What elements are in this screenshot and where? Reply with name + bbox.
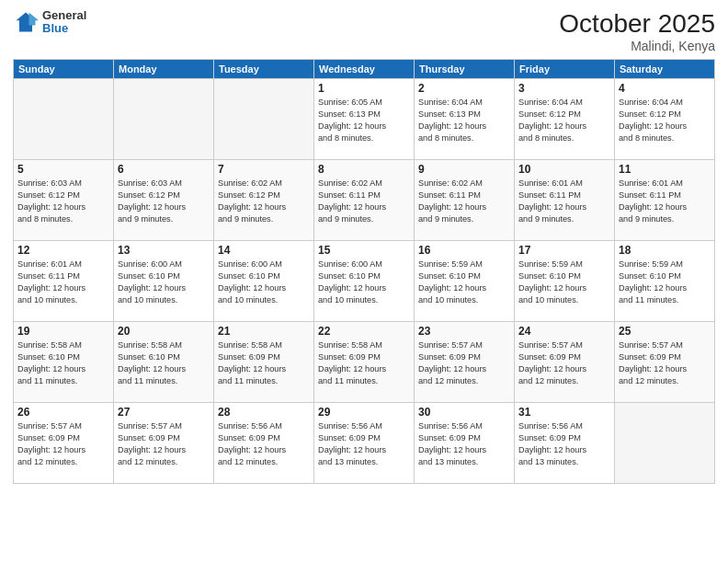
day-info: Sunrise: 6:02 AM Sunset: 6:12 PM Dayligh… — [218, 178, 310, 225]
day-number: 7 — [218, 163, 310, 176]
table-row — [114, 79, 214, 160]
day-info: Sunrise: 6:03 AM Sunset: 6:12 PM Dayligh… — [118, 178, 210, 225]
table-row: 7Sunrise: 6:02 AM Sunset: 6:12 PM Daylig… — [214, 160, 314, 241]
day-number: 27 — [118, 406, 210, 419]
day-number: 8 — [318, 163, 410, 176]
table-row: 22Sunrise: 5:58 AM Sunset: 6:09 PM Dayli… — [314, 322, 415, 403]
table-row: 19Sunrise: 5:58 AM Sunset: 6:10 PM Dayli… — [14, 322, 114, 403]
day-info: Sunrise: 5:57 AM Sunset: 6:09 PM Dayligh… — [418, 339, 510, 387]
day-info: Sunrise: 5:56 AM Sunset: 6:09 PM Dayligh… — [518, 420, 610, 468]
calendar-week-row: 26Sunrise: 5:57 AM Sunset: 6:09 PM Dayli… — [14, 403, 715, 484]
table-row: 8Sunrise: 6:02 AM Sunset: 6:11 PM Daylig… — [314, 160, 415, 241]
logo: General Blue — [13, 9, 86, 36]
day-number: 20 — [118, 325, 210, 338]
day-number: 10 — [518, 163, 610, 176]
day-number: 11 — [619, 163, 711, 176]
day-info: Sunrise: 5:58 AM Sunset: 6:09 PM Dayligh… — [318, 339, 410, 387]
table-row: 30Sunrise: 5:56 AM Sunset: 6:09 PM Dayli… — [415, 403, 515, 484]
day-info: Sunrise: 6:03 AM Sunset: 6:12 PM Dayligh… — [17, 178, 109, 225]
day-info: Sunrise: 5:56 AM Sunset: 6:09 PM Dayligh… — [218, 420, 310, 468]
table-row: 27Sunrise: 5:57 AM Sunset: 6:09 PM Dayli… — [114, 403, 214, 484]
day-number: 23 — [418, 325, 510, 338]
day-info: Sunrise: 5:58 AM Sunset: 6:10 PM Dayligh… — [17, 339, 109, 387]
day-number: 18 — [619, 244, 711, 257]
day-number: 24 — [518, 325, 610, 338]
svg-marker-1 — [29, 13, 40, 26]
day-number: 30 — [418, 406, 510, 419]
day-info: Sunrise: 5:57 AM Sunset: 6:09 PM Dayligh… — [17, 420, 109, 468]
col-wednesday: Wednesday — [314, 60, 415, 79]
table-row: 31Sunrise: 5:56 AM Sunset: 6:09 PM Dayli… — [515, 403, 615, 484]
day-number: 22 — [318, 325, 410, 338]
day-number: 5 — [17, 163, 109, 176]
day-info: Sunrise: 6:02 AM Sunset: 6:11 PM Dayligh… — [418, 178, 510, 225]
table-row: 11Sunrise: 6:01 AM Sunset: 6:11 PM Dayli… — [615, 160, 715, 241]
day-number: 19 — [17, 325, 109, 338]
table-row: 29Sunrise: 5:56 AM Sunset: 6:09 PM Dayli… — [314, 403, 415, 484]
logo-general: General — [42, 9, 86, 22]
day-info: Sunrise: 6:00 AM Sunset: 6:10 PM Dayligh… — [118, 259, 210, 306]
day-info: Sunrise: 5:57 AM Sunset: 6:09 PM Dayligh… — [118, 420, 210, 468]
logo-icon — [13, 9, 39, 35]
day-info: Sunrise: 6:01 AM Sunset: 6:11 PM Dayligh… — [17, 259, 109, 306]
table-row — [615, 403, 715, 484]
table-row: 20Sunrise: 5:58 AM Sunset: 6:10 PM Dayli… — [114, 322, 214, 403]
col-monday: Monday — [114, 60, 214, 79]
day-number: 2 — [418, 82, 510, 95]
calendar-week-row: 5Sunrise: 6:03 AM Sunset: 6:12 PM Daylig… — [14, 160, 715, 241]
day-number: 28 — [218, 406, 310, 419]
table-row: 23Sunrise: 5:57 AM Sunset: 6:09 PM Dayli… — [415, 322, 515, 403]
day-info: Sunrise: 6:00 AM Sunset: 6:10 PM Dayligh… — [318, 259, 410, 306]
day-info: Sunrise: 5:59 AM Sunset: 6:10 PM Dayligh… — [418, 259, 510, 306]
month-title: October 2025 — [559, 9, 715, 39]
day-info: Sunrise: 5:56 AM Sunset: 6:09 PM Dayligh… — [318, 420, 410, 468]
table-row: 6Sunrise: 6:03 AM Sunset: 6:12 PM Daylig… — [114, 160, 214, 241]
calendar: Sunday Monday Tuesday Wednesday Thursday… — [13, 59, 715, 484]
day-info: Sunrise: 6:01 AM Sunset: 6:11 PM Dayligh… — [518, 178, 610, 225]
day-info: Sunrise: 6:05 AM Sunset: 6:13 PM Dayligh… — [318, 97, 410, 144]
table-row: 15Sunrise: 6:00 AM Sunset: 6:10 PM Dayli… — [314, 241, 415, 322]
table-row: 2Sunrise: 6:04 AM Sunset: 6:13 PM Daylig… — [415, 79, 515, 160]
table-row: 12Sunrise: 6:01 AM Sunset: 6:11 PM Dayli… — [14, 241, 114, 322]
col-sunday: Sunday — [14, 60, 114, 79]
col-saturday: Saturday — [615, 60, 715, 79]
table-row: 21Sunrise: 5:58 AM Sunset: 6:09 PM Dayli… — [214, 322, 314, 403]
table-row: 3Sunrise: 6:04 AM Sunset: 6:12 PM Daylig… — [515, 79, 615, 160]
day-number: 1 — [318, 82, 410, 95]
table-row: 16Sunrise: 5:59 AM Sunset: 6:10 PM Dayli… — [415, 241, 515, 322]
table-row — [214, 79, 314, 160]
day-info: Sunrise: 5:59 AM Sunset: 6:10 PM Dayligh… — [619, 259, 711, 306]
table-row: 25Sunrise: 5:57 AM Sunset: 6:09 PM Dayli… — [615, 322, 715, 403]
day-info: Sunrise: 6:04 AM Sunset: 6:12 PM Dayligh… — [619, 97, 711, 144]
day-number: 25 — [619, 325, 711, 338]
day-number: 12 — [17, 244, 109, 257]
day-info: Sunrise: 6:00 AM Sunset: 6:10 PM Dayligh… — [218, 259, 310, 306]
day-info: Sunrise: 5:58 AM Sunset: 6:09 PM Dayligh… — [218, 339, 310, 387]
header: General Blue October 2025 Malindi, Kenya — [13, 9, 715, 53]
table-row: 18Sunrise: 5:59 AM Sunset: 6:10 PM Dayli… — [615, 241, 715, 322]
table-row: 5Sunrise: 6:03 AM Sunset: 6:12 PM Daylig… — [14, 160, 114, 241]
day-info: Sunrise: 5:58 AM Sunset: 6:10 PM Dayligh… — [118, 339, 210, 387]
day-info: Sunrise: 5:57 AM Sunset: 6:09 PM Dayligh… — [518, 339, 610, 387]
calendar-header-row: Sunday Monday Tuesday Wednesday Thursday… — [14, 60, 715, 79]
table-row: 4Sunrise: 6:04 AM Sunset: 6:12 PM Daylig… — [615, 79, 715, 160]
day-info: Sunrise: 6:01 AM Sunset: 6:11 PM Dayligh… — [619, 178, 711, 225]
location: Malindi, Kenya — [559, 39, 715, 53]
day-number: 4 — [619, 82, 711, 95]
day-number: 6 — [118, 163, 210, 176]
day-info: Sunrise: 6:02 AM Sunset: 6:11 PM Dayligh… — [318, 178, 410, 225]
calendar-week-row: 19Sunrise: 5:58 AM Sunset: 6:10 PM Dayli… — [14, 322, 715, 403]
day-number: 26 — [17, 406, 109, 419]
title-block: October 2025 Malindi, Kenya — [559, 9, 715, 53]
table-row: 14Sunrise: 6:00 AM Sunset: 6:10 PM Dayli… — [214, 241, 314, 322]
table-row: 24Sunrise: 5:57 AM Sunset: 6:09 PM Dayli… — [515, 322, 615, 403]
day-number: 21 — [218, 325, 310, 338]
col-friday: Friday — [515, 60, 615, 79]
day-number: 3 — [518, 82, 610, 95]
calendar-week-row: 1Sunrise: 6:05 AM Sunset: 6:13 PM Daylig… — [14, 79, 715, 160]
page: General Blue October 2025 Malindi, Kenya… — [0, 0, 728, 563]
table-row: 1Sunrise: 6:05 AM Sunset: 6:13 PM Daylig… — [314, 79, 415, 160]
table-row — [14, 79, 114, 160]
day-number: 31 — [518, 406, 610, 419]
day-number: 13 — [118, 244, 210, 257]
